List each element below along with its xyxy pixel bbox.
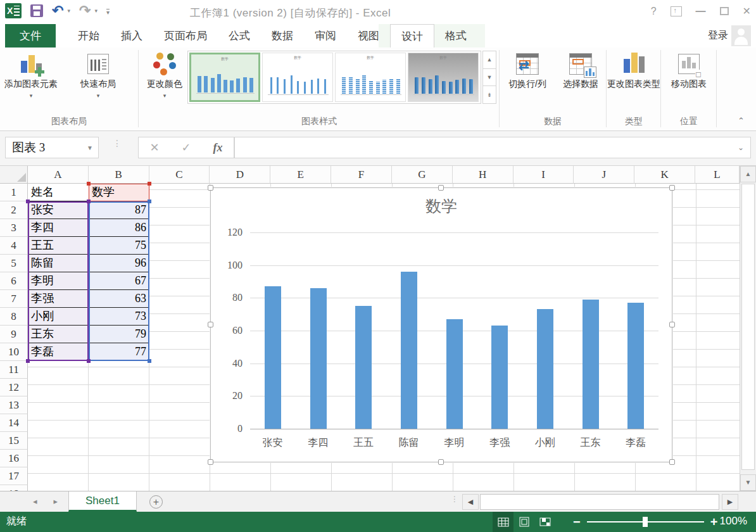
ribbon-tab-设计[interactable]: 设计	[390, 24, 434, 48]
column-header-G[interactable]: G	[392, 166, 453, 184]
chart-title[interactable]: 数学	[211, 196, 672, 217]
chart-resize-handle[interactable]	[669, 459, 675, 465]
ribbon-tab-插入[interactable]: 插入	[110, 24, 153, 48]
row-header-4[interactable]: 4	[0, 237, 28, 255]
chart-resize-handle[interactable]	[208, 322, 213, 327]
cell-A1[interactable]: 姓名	[28, 184, 89, 201]
cell-A5[interactable]: 陈留	[28, 255, 89, 272]
column-header-H[interactable]: H	[453, 166, 513, 184]
chart-bar-李四[interactable]	[310, 288, 327, 429]
row-header-8[interactable]: 8	[0, 308, 28, 326]
chart-bar-小刚[interactable]	[537, 309, 553, 429]
cell-B4[interactable]: 75	[89, 237, 149, 255]
ribbon-tab-公式[interactable]: 公式	[218, 24, 261, 48]
minimize-button[interactable]: —	[696, 6, 706, 17]
expand-formula-bar-icon[interactable]: ⌄	[738, 143, 744, 152]
cell-B8[interactable]: 73	[89, 308, 149, 326]
sign-in-link[interactable]: 登录	[708, 29, 728, 42]
worksheet-grid[interactable]: ABCDEFGHIJKL 123456789101112131415161718…	[0, 166, 740, 491]
row-header-11[interactable]: 11	[0, 361, 28, 379]
row-header-16[interactable]: 16	[0, 450, 28, 467]
zoom-slider[interactable]	[587, 521, 704, 522]
row-header-15[interactable]: 15	[0, 432, 28, 450]
maximize-button[interactable]	[720, 7, 729, 15]
zoom-level[interactable]: 100%	[720, 515, 747, 528]
cell-B7[interactable]: 63	[89, 290, 149, 308]
switch-row-column-button[interactable]: ⇄ 切换行/列	[500, 51, 555, 89]
chart-style-thumbnail-1[interactable]: 数学	[189, 53, 260, 102]
chart-bar-王五[interactable]	[355, 306, 372, 429]
zoom-out-icon[interactable]: −	[573, 516, 581, 528]
embedded-chart[interactable]: 数学 020406080100120 张安李四王五陈留李明李强小刚王东李磊	[210, 187, 672, 462]
cell-B10[interactable]: 77	[89, 343, 149, 361]
column-header-I[interactable]: I	[513, 166, 574, 184]
select-data-button[interactable]: 选择数据	[553, 51, 608, 89]
row-header-6[interactable]: 6	[0, 272, 28, 290]
row-header-13[interactable]: 13	[0, 396, 28, 414]
change-colors-button[interactable]: 更改颜色 ▾	[142, 51, 187, 99]
column-header-D[interactable]: D	[210, 166, 270, 184]
row-header-2[interactable]: 2	[0, 201, 28, 219]
column-header-K[interactable]: K	[634, 166, 695, 184]
chart-resize-handle[interactable]	[669, 322, 675, 327]
chart-bar-李磊[interactable]	[627, 303, 644, 429]
ribbon-tab-文件[interactable]: 文件	[5, 24, 56, 48]
formula-bar-splitter[interactable]: ⋮	[113, 141, 122, 146]
ribbon-tab-格式[interactable]: 格式	[434, 24, 477, 48]
chart-resize-handle[interactable]	[208, 459, 213, 465]
row-header-17[interactable]: 17	[0, 467, 28, 485]
scroll-left-icon[interactable]: ◀	[462, 494, 479, 510]
scroll-up-icon[interactable]: ▲	[740, 166, 756, 182]
chart-style-thumbnail-4[interactable]: 数学	[408, 53, 479, 102]
row-header-3[interactable]: 3	[0, 219, 28, 237]
column-header-A[interactable]: A	[28, 166, 89, 184]
vertical-scrollbar-thumb[interactable]	[741, 184, 755, 470]
scroll-down-icon[interactable]: ▼	[740, 474, 756, 491]
row-header-1[interactable]: 1	[0, 184, 28, 201]
normal-view-button[interactable]	[493, 512, 513, 532]
select-all-button[interactable]	[0, 166, 28, 184]
horizontal-scrollbar[interactable]: ◀ ▶	[462, 494, 738, 510]
zoom-slider-thumb[interactable]	[643, 517, 648, 527]
add-chart-element-button[interactable]: 添加图表元素 ▾	[4, 51, 58, 99]
cell-B5[interactable]: 96	[89, 255, 149, 272]
name-box-dropdown-icon[interactable]: ▼	[87, 144, 93, 151]
ribbon-tab-审阅[interactable]: 审阅	[304, 24, 347, 48]
chart-style-thumbnail-3[interactable]: 数学	[335, 53, 406, 102]
column-header-L[interactable]: L	[695, 166, 740, 184]
ribbon-display-options-icon[interactable]	[671, 6, 682, 16]
row-header-18[interactable]: 18	[0, 485, 28, 491]
row-header-10[interactable]: 10	[0, 343, 28, 361]
chart-style-thumbnail-2[interactable]: 数学	[262, 53, 333, 102]
vertical-scrollbar[interactable]: ▲ ▼	[740, 166, 756, 491]
help-button[interactable]: ?	[651, 6, 657, 17]
page-layout-view-button[interactable]	[513, 512, 534, 532]
row-header-7[interactable]: 7	[0, 290, 28, 308]
row-header-14[interactable]: 14	[0, 414, 28, 432]
chart-bar-张安[interactable]	[265, 286, 281, 429]
ribbon-tab-页面布局[interactable]: 页面布局	[153, 24, 218, 48]
name-box[interactable]: 图表 3 ▼	[5, 137, 99, 158]
move-chart-button[interactable]: 移动图表	[662, 51, 716, 89]
close-button[interactable]: ✕	[743, 5, 751, 17]
row-header-12[interactable]: 12	[0, 379, 28, 396]
chart-resize-handle[interactable]	[438, 185, 444, 191]
chart-bar-王东[interactable]	[583, 300, 599, 429]
sheet-tab-sheet1[interactable]: Sheet1	[68, 491, 137, 512]
ribbon-tab-视图[interactable]: 视图	[347, 24, 390, 48]
cell-B2[interactable]: 87	[89, 201, 149, 219]
cell-B9[interactable]: 79	[89, 326, 149, 343]
tab-strip-splitter[interactable]: ⋮	[451, 497, 458, 502]
user-avatar-icon[interactable]	[731, 25, 751, 46]
chart-resize-handle[interactable]	[438, 459, 444, 465]
column-header-C[interactable]: C	[149, 166, 210, 184]
collapse-ribbon-icon[interactable]: ⌃	[738, 116, 745, 125]
page-break-view-button[interactable]	[534, 512, 555, 532]
column-header-B[interactable]: B	[89, 166, 149, 184]
cell-B6[interactable]: 67	[89, 272, 149, 290]
cell-A2[interactable]: 张安	[28, 201, 89, 219]
row-header-5[interactable]: 5	[0, 255, 28, 272]
cell-B3[interactable]: 86	[89, 219, 149, 237]
chart-bar-李强[interactable]	[491, 326, 508, 429]
column-header-E[interactable]: E	[270, 166, 331, 184]
